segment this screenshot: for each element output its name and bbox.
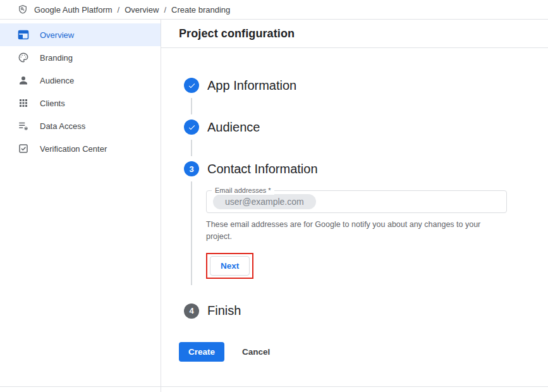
sidebar-item-label: Data Access: [40, 121, 85, 131]
sidebar-item-label: Verification Center: [40, 144, 107, 154]
step-complete-check-icon: [184, 119, 199, 135]
step-complete-check-icon: [184, 78, 199, 93]
sidebar-item-overview[interactable]: Overview: [0, 23, 161, 46]
next-button[interactable]: Next: [210, 256, 250, 276]
sidebar-item-branding[interactable]: Branding: [0, 46, 161, 69]
sidebar-item-label: Audience: [40, 76, 74, 85]
cancel-button[interactable]: Cancel: [242, 347, 270, 357]
auth-platform-shield-icon: [18, 4, 28, 15]
email-addresses-field[interactable]: Email addresses * user@example.com: [206, 190, 507, 213]
red-annotation-box: Next: [206, 253, 253, 279]
breadcrumb-create-branding: Create branding: [171, 5, 230, 15]
breadcrumb-separator: /: [164, 5, 166, 15]
step-connector: [191, 140, 192, 156]
step-number-badge: 3: [184, 161, 199, 176]
email-addresses-field-label: Email addresses *: [212, 186, 274, 195]
breadcrumb-google-auth-platform[interactable]: Google Auth Platform: [34, 5, 113, 15]
step-label: Finish: [207, 303, 241, 318]
breadcrumb-overview[interactable]: Overview: [125, 5, 159, 15]
step-app-information: App Information: [184, 76, 548, 95]
email-helper-text: These email addresses are for Google to …: [206, 219, 502, 243]
step-label: Audience: [207, 120, 260, 135]
main-header: Project configuration: [161, 20, 548, 48]
sidebar-item-verification-center[interactable]: Verification Center: [0, 137, 161, 160]
form-actions: Create Cancel: [179, 342, 548, 362]
step-audience: Audience: [184, 118, 548, 137]
overview-dashboard-icon: [18, 29, 29, 40]
layout: Overview Branding Audience: [0, 20, 548, 392]
step-label: Contact Information: [207, 162, 318, 176]
sidebar-item-clients[interactable]: Clients: [0, 92, 161, 114]
breadcrumb: Google Auth Platform / Overview / Create…: [34, 5, 230, 15]
sidebar-item-label: Overview: [40, 30, 74, 40]
step-finish: 4 Finish: [184, 302, 548, 321]
stepper: App Information Audience 3 Contact Infor…: [161, 48, 548, 362]
step-contact-information: 3 Contact Information: [184, 159, 548, 178]
top-header: Google Auth Platform / Overview / Create…: [0, 0, 548, 20]
step-number-badge: 4: [184, 303, 199, 319]
person-icon: [18, 75, 29, 86]
sidebar-item-label: Clients: [40, 99, 65, 108]
sidebar-item-audience[interactable]: Audience: [0, 69, 161, 92]
breadcrumb-separator: /: [118, 5, 120, 15]
contact-information-form: Email addresses * user@example.com These…: [191, 181, 548, 285]
palette-icon: [18, 52, 29, 63]
bottom-divider: [0, 386, 548, 387]
main-content: Project configuration App Information Au…: [161, 20, 548, 392]
step-label: App Information: [207, 78, 296, 93]
sidebar: Overview Branding Audience: [0, 20, 161, 392]
checkbox-check-icon: [18, 143, 29, 154]
list-settings-icon: [18, 120, 29, 132]
page-title: Project configuration: [179, 27, 295, 40]
apps-grid-icon: [18, 97, 29, 109]
email-chip[interactable]: user@example.com: [213, 194, 316, 209]
sidebar-item-data-access[interactable]: Data Access: [0, 114, 161, 137]
step-connector: [191, 98, 192, 114]
sidebar-item-label: Branding: [40, 53, 73, 63]
create-button[interactable]: Create: [179, 342, 224, 362]
